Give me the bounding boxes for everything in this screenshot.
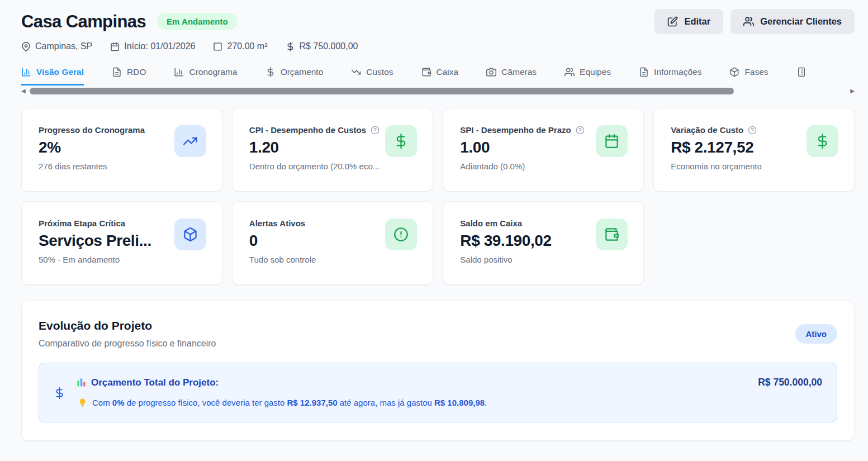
tab-label: Câmeras <box>501 67 537 77</box>
tab-visao-geral[interactable]: Visão Geral <box>21 67 84 85</box>
help-circle-icon[interactable] <box>748 126 757 135</box>
package-icon <box>174 218 206 250</box>
tip-text: Com <box>92 398 112 407</box>
status-badge: Em Andamento <box>157 13 237 30</box>
tab-label: Equipes <box>580 67 611 77</box>
scroll-left-icon[interactable]: ◀ <box>21 88 26 94</box>
kpi-title: Próxima Etapa Crítica <box>39 218 125 228</box>
wallet-icon <box>596 218 628 250</box>
kpi-value: 0 <box>249 232 316 250</box>
evolution-section: Evolução do Projeto Comparativo de progr… <box>21 301 855 441</box>
tab-cronograma[interactable]: Cronograma <box>174 67 237 85</box>
tab-caixa[interactable]: Caixa <box>421 67 459 85</box>
kpi-value: R$ 39.190,02 <box>460 232 551 250</box>
lightbulb-emoji <box>78 398 87 407</box>
manage-clients-button[interactable]: Gerenciar Clientes <box>731 9 855 34</box>
tab-scrollbar: ◀ ▶ <box>21 87 855 96</box>
meta-budget: R$ 750.000,00 <box>286 41 358 51</box>
list-icon <box>796 67 807 77</box>
meta-location-label: Campinas, SP <box>35 41 92 51</box>
dollar-icon <box>54 378 65 407</box>
meta-location: Campinas, SP <box>21 41 92 51</box>
header: Casa Campinas Em Andamento Editar Gerenc… <box>0 0 868 34</box>
wallet-icon <box>421 67 431 77</box>
tab-informacoes[interactable]: Informações <box>639 67 701 85</box>
tip-bold: R$ 12.937,50 <box>287 398 338 407</box>
header-buttons: Editar Gerenciar Clientes <box>654 9 855 34</box>
users-icon <box>565 67 575 77</box>
scrollbar-thumb[interactable] <box>30 88 734 94</box>
bar-chart-icon <box>174 67 184 77</box>
tab-label: Fases <box>744 67 768 77</box>
dollar-icon <box>385 125 417 157</box>
budget-total-value: R$ 750.000,00 <box>758 377 822 388</box>
tab-fases[interactable]: Fases <box>729 67 768 85</box>
kpi-card-progresso-cronograma: Progresso do Cronograma 2% 276 dias rest… <box>21 108 222 192</box>
budget-info-box: Orçamento Total do Projeto: R$ 750.000,0… <box>39 363 837 422</box>
tab-partial[interactable] <box>796 67 807 85</box>
dollar-icon <box>807 125 838 157</box>
kpi-value: 1.00 <box>460 139 584 156</box>
bar-chart-emoji <box>77 378 86 387</box>
kpi-subtitle: Economia no orçamento <box>671 161 762 171</box>
tab-bar: Visão Geral RDO Cronograma Orçamento Cus… <box>0 51 868 85</box>
kpi-title: Variação de Custo <box>671 125 743 135</box>
meta-budget-label: R$ 750.000,00 <box>300 41 358 51</box>
tab-label: Orçamento <box>281 67 324 77</box>
kpi-title: Progresso do Cronograma <box>39 125 145 135</box>
tab-label: RDO <box>127 67 146 77</box>
dollar-icon <box>286 42 295 51</box>
tab-label: Custos <box>366 67 393 77</box>
edit-button-label: Editar <box>684 16 710 27</box>
kpi-card-cpi: CPI - Desempenho de Custos 1.20 Dentro d… <box>232 108 433 192</box>
help-circle-icon[interactable] <box>576 126 585 135</box>
page-title: Casa Campinas <box>21 12 146 32</box>
tab-equipes[interactable]: Equipes <box>565 67 611 85</box>
tab-custos[interactable]: Custos <box>351 67 393 85</box>
kpi-title: CPI - Desempenho de Custos <box>249 125 366 135</box>
budget-tip: Com 0% de progresso físico, você deveria… <box>78 398 822 407</box>
kpi-card-variacao-custo: Variação de Custo R$ 2.127,52 Economia n… <box>653 108 855 192</box>
map-pin-icon <box>21 42 31 51</box>
scroll-right-icon[interactable]: ▶ <box>850 88 855 94</box>
dollar-icon <box>265 67 276 77</box>
kpi-subtitle: Dentro do orçamento (20.0% eco... <box>249 161 380 171</box>
meta-area-label: 270.00 m² <box>227 41 267 51</box>
kpi-subtitle: Saldo positivo <box>460 255 551 264</box>
tab-label: Visão Geral <box>36 67 84 77</box>
bar-chart-icon <box>21 67 31 77</box>
kpi-card-saldo-caixa: Saldo em Caixa R$ 39.190,02 Saldo positi… <box>443 201 644 285</box>
trending-down-icon <box>351 67 361 77</box>
scrollbar-track[interactable] <box>29 88 848 94</box>
tab-cameras[interactable]: Câmeras <box>486 67 537 85</box>
help-circle-icon[interactable] <box>371 126 380 135</box>
file-text-icon <box>112 67 122 77</box>
calendar-icon <box>110 42 120 51</box>
tip-text: . <box>485 398 487 407</box>
kpi-card-proxima-etapa: Próxima Etapa Crítica Serviços Preli... … <box>21 201 222 285</box>
tab-label: Caixa <box>437 67 459 77</box>
kpi-subtitle: 50% - Em andamento <box>39 255 151 264</box>
tab-rdo[interactable]: RDO <box>112 67 146 85</box>
kpi-title: Alertas Ativos <box>249 218 305 228</box>
trending-up-icon <box>174 125 206 157</box>
tip-text: até agora, mas já gastou <box>338 398 434 407</box>
calendar-icon <box>596 125 628 157</box>
meta-start-date: Início: 01/01/2026 <box>110 41 195 51</box>
kpi-subtitle: Tudo sob controle <box>249 255 316 264</box>
package-icon <box>729 67 739 77</box>
tab-orcamento[interactable]: Orçamento <box>265 67 324 85</box>
tab-label: Informações <box>654 67 701 77</box>
budget-label: Orçamento Total do Projeto: <box>91 377 219 388</box>
edit-button[interactable]: Editar <box>654 9 723 34</box>
manage-clients-button-label: Gerenciar Clientes <box>760 16 842 27</box>
tab-label: Cronograma <box>189 67 237 77</box>
camera-icon <box>486 67 496 77</box>
kpi-subtitle: 276 dias restantes <box>39 161 145 171</box>
edit-icon <box>667 16 678 27</box>
users-icon <box>743 16 754 27</box>
kpi-card-alertas: Alertas Ativos 0 Tudo sob controle <box>232 201 433 285</box>
alert-circle-icon <box>385 218 417 250</box>
evolution-title: Evolução do Projeto <box>39 319 216 332</box>
active-badge: Ativo <box>795 324 838 344</box>
